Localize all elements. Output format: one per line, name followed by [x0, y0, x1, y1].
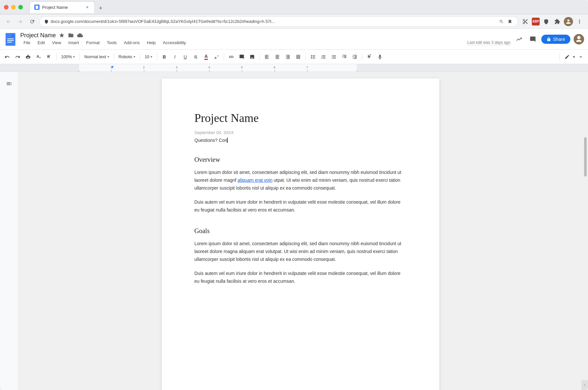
separator-5 [157, 53, 157, 60]
new-tab-button[interactable]: + [96, 4, 105, 13]
cloud-button[interactable] [77, 32, 83, 39]
text-cursor [227, 138, 228, 143]
menu-accessibility[interactable]: Accessibility [160, 39, 189, 46]
ruler-svg: 1 2 3 4 5 6 7 [0, 64, 588, 72]
insert-image-button[interactable] [248, 52, 257, 62]
share-lock-icon [547, 37, 551, 42]
scrollbar-thumb[interactable] [584, 137, 587, 177]
back-button[interactable] [4, 17, 13, 26]
goals-section: Goals Lorem ipsum dolor sit amet, consec… [194, 227, 407, 285]
right-scrollbar[interactable] [583, 72, 588, 390]
docs-menu-bar: File Edit View Insert Format Tools Add-o… [20, 39, 511, 46]
bulleted-list-button[interactable] [329, 52, 338, 62]
document-canvas: Project Name September 04, 20XX Question… [18, 72, 583, 390]
menu-addons[interactable]: Add-ons [121, 39, 143, 46]
ruler: 1 2 3 4 5 6 7 [0, 64, 588, 72]
document-heading: Project Name [194, 111, 407, 125]
last-edit-label[interactable]: Last edit was 3 days ago [467, 40, 511, 45]
overview-link[interactable]: aliquam erat voin [237, 178, 272, 183]
decrease-indent-button[interactable] [340, 52, 349, 62]
menu-view[interactable]: View [49, 39, 64, 46]
redo-button[interactable] [13, 52, 22, 62]
search-in-page-icon[interactable] [498, 18, 505, 25]
activity-dashboard-button[interactable] [514, 34, 524, 44]
comments-button[interactable] [528, 34, 538, 44]
refresh-button[interactable] [27, 17, 37, 26]
traffic-lights [4, 5, 23, 9]
user-avatar-docs[interactable] [574, 34, 584, 44]
address-bar[interactable]: docs.google.com/document/d/1olcn-5f897wu… [39, 16, 518, 27]
tab-close-button[interactable]: × [85, 5, 90, 10]
font-size-value: 10 [145, 54, 149, 59]
text-color-button[interactable]: A [202, 52, 211, 62]
close-window-button[interactable] [4, 5, 8, 9]
increase-indent-button[interactable] [350, 52, 359, 62]
forward-button[interactable] [16, 17, 25, 26]
docs-title-area: Project Name File Edit View Insert [20, 32, 511, 46]
menu-tools[interactable]: Tools [104, 39, 120, 46]
chrome-menu-icon[interactable] [575, 17, 584, 26]
overview-paragraph-1: Lorem ipsum dolor sit amet, consectetuer… [194, 169, 407, 192]
underline-button[interactable]: U [181, 52, 190, 62]
style-dropdown[interactable]: Normal text ▾ [82, 52, 111, 62]
font-value: Roboto [119, 54, 132, 59]
shield-icon[interactable] [542, 17, 551, 26]
insert-comment-button[interactable] [237, 52, 246, 62]
toolbar-right-section: ▾ [558, 52, 585, 62]
folder-button[interactable] [68, 32, 74, 39]
extensions-icon[interactable] [553, 17, 562, 26]
highlight-button[interactable] [212, 52, 221, 62]
user-avatar-nav[interactable] [564, 17, 573, 26]
share-button[interactable]: Share [541, 35, 570, 44]
clear-formatting-button[interactable] [365, 52, 374, 62]
menu-edit[interactable]: Edit [34, 39, 48, 46]
collapse-panel-button[interactable] [581, 380, 588, 390]
link-button[interactable] [227, 52, 236, 62]
secure-icon [44, 19, 49, 24]
tab-bar: Project Name × + [29, 1, 584, 13]
italic-button[interactable]: I [170, 52, 179, 62]
paint-format-button[interactable] [44, 52, 54, 62]
maximize-window-button[interactable] [18, 5, 23, 9]
menu-insert[interactable]: Insert [65, 39, 82, 46]
star-button[interactable] [58, 32, 65, 39]
menu-help[interactable]: Help [144, 39, 159, 46]
docs-logo [4, 33, 17, 46]
document-page[interactable]: Project Name September 04, 20XX Question… [162, 78, 439, 390]
menu-file[interactable]: File [20, 39, 34, 46]
scissors-icon[interactable] [521, 17, 530, 26]
separator-6 [224, 53, 224, 60]
font-dropdown[interactable]: Roboto ▾ [117, 52, 137, 62]
voice-typing-button[interactable] [375, 52, 384, 62]
adblock-icon[interactable]: ABP [532, 18, 540, 25]
outline-toggle-button[interactable] [4, 78, 14, 89]
bookmark-icon[interactable] [507, 18, 513, 25]
zoom-dropdown[interactable]: 100% ▾ [59, 52, 77, 62]
document-title[interactable]: Project Name [20, 32, 56, 39]
undo-button[interactable] [3, 52, 12, 62]
left-sidebar [0, 72, 18, 390]
font-size-dropdown[interactable]: 10 ▾ [143, 52, 154, 62]
justify-button[interactable] [294, 52, 303, 62]
document-date: September 04, 20XX [194, 130, 407, 135]
align-left-button[interactable] [262, 52, 271, 62]
strikethrough-button[interactable]: S [191, 52, 200, 62]
align-right-button[interactable] [283, 52, 292, 62]
editing-mode-chevron-icon[interactable]: ▾ [573, 55, 575, 59]
print-button[interactable] [24, 52, 33, 62]
separator-9 [362, 53, 362, 60]
numbered-list-button[interactable] [319, 52, 328, 62]
active-tab[interactable]: Project Name × [29, 1, 95, 13]
spellcheck-button[interactable] [34, 52, 43, 62]
svg-rect-3 [7, 42, 12, 42]
separator-2 [79, 53, 80, 60]
collapse-toolbar-button[interactable] [576, 52, 585, 62]
line-spacing-button[interactable] [308, 52, 318, 62]
editing-mode-button[interactable] [563, 52, 572, 62]
menu-format[interactable]: Format [83, 39, 103, 46]
zoom-chevron-icon: ▾ [73, 55, 75, 59]
docs-app: Project Name File Edit View Insert [0, 29, 588, 390]
bold-button[interactable]: B [160, 52, 169, 62]
minimize-window-button[interactable] [11, 5, 16, 9]
align-center-button[interactable] [273, 52, 282, 62]
